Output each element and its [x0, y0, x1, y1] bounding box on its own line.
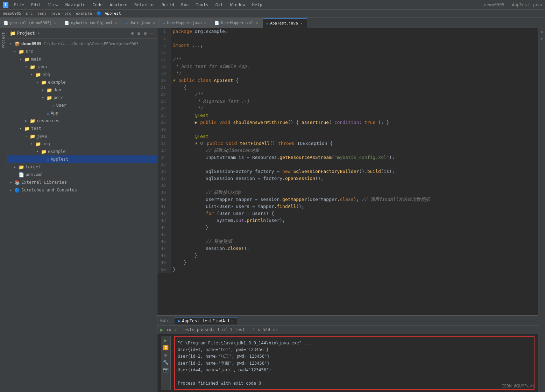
tab-close-pom[interactable]: ✕ [54, 21, 57, 25]
tree-label-pojo: pojo [54, 95, 64, 100]
tree-item-src[interactable]: ▾ 📁 src [7, 48, 157, 55]
tree-arrow-example-main: ▾ [36, 80, 40, 84]
tree-arrow-test: ▾ [20, 127, 23, 130]
tree-item-example-test[interactable]: ▾ 📁 example [7, 148, 157, 155]
scratch-icon: 🔵 [14, 188, 20, 193]
tab-close-usermapper-xml[interactable]: ✕ [255, 21, 259, 25]
menu-analyze[interactable]: Analyze [107, 2, 130, 8]
sidebar-action-collapse[interactable]: ≡ [136, 30, 141, 36]
right-tool-1[interactable]: ≡ [540, 30, 543, 34]
project-tab[interactable]: Project [0, 30, 7, 50]
tree-item-app[interactable]: ▶ ☕ App [7, 109, 157, 117]
run-restart-btn[interactable]: ▶ [164, 338, 167, 343]
breadcrumb-test[interactable]: test [37, 11, 47, 16]
code-line-21: 21 { [157, 84, 538, 91]
right-tool-2[interactable]: ⚙ [540, 37, 543, 41]
breadcrumb-src[interactable]: src [26, 11, 33, 16]
code-line-42: 42 for (User user : users) { [157, 210, 538, 217]
folder-icon-java-test: 📁 [30, 134, 35, 139]
tree-label-app: App [51, 111, 58, 115]
vertical-panel: Project [0, 28, 7, 392]
menu-view[interactable]: View [45, 2, 61, 8]
menu-edit[interactable]: Edit [28, 2, 44, 8]
tree-label-org-main: org [42, 72, 50, 77]
java-class-icon-user: ☕ [52, 103, 55, 108]
tab-close-usermapper[interactable]: ✕ [204, 21, 207, 25]
tree-extra-demo0905: C:\Users\...\Desktop\Demo\EEDemo\demo090… [44, 42, 139, 46]
run-settings-btn[interactable]: ⚙ [164, 352, 167, 358]
editor-main: Project 📁 Project ▾ ⊕ ≡ ⚙ — ▾ 📦 [0, 28, 545, 392]
run-wrench-btn[interactable]: 🔧 [163, 360, 169, 365]
tree-item-scratches[interactable]: ▶ 🔵 Scratches and Consoles [7, 186, 157, 194]
code-line-38: 38 [157, 182, 538, 189]
breadcrumb-org[interactable]: org [64, 11, 71, 16]
tree-item-apptest[interactable]: ▶ ☕ AppTest [7, 155, 157, 163]
tab-close-user[interactable]: ✕ [152, 21, 156, 25]
tree-item-demo0905[interactable]: ▾ 📦 demo0905 C:\Users\...\Desktop\Demo\E… [7, 40, 157, 48]
tree-item-test[interactable]: ▾ 📁 test [7, 125, 157, 132]
tree-item-resources[interactable]: ▶ 📁 resources [7, 117, 157, 125]
tab-user-java[interactable]: ☕ User.java ✕ [122, 18, 160, 28]
menu-window[interactable]: Window [227, 2, 248, 8]
run-tab-label: AppTest.testFindAll [182, 318, 230, 323]
run-camera-btn[interactable]: 📷 [163, 367, 169, 372]
tree-item-pojo[interactable]: ▾ 📁 pojo [7, 94, 157, 102]
folder-icon-java-main: 📁 [30, 64, 35, 70]
tree-label-scratches: Scratches and Consoles [21, 188, 77, 192]
run-skip-btn[interactable]: ⏭ [166, 326, 172, 333]
run-tab-apptest[interactable]: ▶ AppTest.testFindAll ✕ [175, 317, 237, 324]
tree-item-org-test[interactable]: ▾ 📁 org [7, 140, 157, 148]
breadcrumb-apptest[interactable]: 🔵 AppTest [97, 11, 121, 16]
sidebar-title: Project [17, 31, 35, 36]
tab-usermapper-xml[interactable]: 📄 UserMapper.xml ✕ [211, 18, 263, 28]
code-view[interactable]: 1 package org.example; 2 3 import ...; [157, 28, 538, 315]
tab-pom-xml[interactable]: 📄 pom.xml (demo0905) ✕ [0, 18, 61, 28]
sidebar-dropdown-icon[interactable]: ▾ [38, 31, 40, 36]
tree-item-pom-xml[interactable]: ▶ 📄 pom.xml [7, 171, 157, 178]
tree-item-example-main[interactable]: ▾ 📁 example [7, 78, 157, 86]
tree-item-org-main[interactable]: ▾ 📁 org [7, 71, 157, 78]
run-scroll-btn[interactable]: ⏬ [163, 345, 169, 350]
code-line-24: 24 */ [157, 105, 538, 112]
menu-help[interactable]: Help [249, 2, 265, 8]
breadcrumb-java[interactable]: java [51, 11, 60, 16]
xml-icon-pom: 📄 [19, 172, 24, 177]
tree-item-user[interactable]: ▶ ☕ User [7, 102, 157, 109]
folder-icon-org-test: 📁 [35, 141, 41, 147]
menu-tools[interactable]: Tools [193, 2, 211, 8]
menu-run[interactable]: Run [178, 2, 192, 8]
tree-arrow-example-test: ▾ [36, 150, 40, 153]
tree-item-java-test[interactable]: ▾ 📁 java [7, 132, 157, 140]
tab-usermapper-java[interactable]: ☕ UserMapper.java ✕ [160, 18, 211, 28]
tab-mybatis-config[interactable]: 📄 mybatis_config.xml ✕ [61, 18, 122, 28]
output-box: "C:\Program Files\Java\jdk1.8.0_144\bin\… [174, 336, 535, 390]
tree-label-target: target [26, 164, 41, 169]
run-pass-icon: ✔ [174, 327, 177, 332]
project-icon: 📁 [10, 30, 16, 36]
breadcrumb-demo0905[interactable]: demo0905 [3, 11, 21, 16]
tree-item-target[interactable]: ▶ 📁 target [7, 163, 157, 171]
run-toolbar: ▶ ⏭ ✔ Tests passed: 1 of 1 test – 1 s 52… [157, 326, 538, 334]
menu-refactor[interactable]: Refactor [132, 2, 157, 8]
menu-file[interactable]: File [11, 2, 27, 8]
tab-close-mybatis[interactable]: ✕ [114, 21, 118, 25]
sidebar-action-locate[interactable]: ⊕ [130, 30, 135, 36]
menu-build[interactable]: Build [159, 2, 177, 8]
code-line-35: 35 [157, 161, 538, 168]
run-tab-close[interactable]: ✕ [231, 319, 233, 323]
menu-navigate[interactable]: Navigate [63, 2, 89, 8]
breadcrumb-example[interactable]: example [76, 11, 92, 16]
menu-git[interactable]: Git [213, 2, 226, 8]
tab-apptest-java[interactable]: ☕ AppTest.java ✕ [263, 18, 307, 28]
menu-code[interactable]: Code [90, 2, 106, 8]
sidebar-action-options[interactable]: ⚙ [143, 30, 148, 36]
tree-item-dao[interactable]: ▶ 📁 dao [7, 86, 157, 94]
tree-item-java-main[interactable]: ▾ 📁 java [7, 63, 157, 71]
editor-content[interactable]: 1 package org.example; 2 3 import ...; [157, 28, 538, 315]
tree-item-external-libs[interactable]: ▶ 📚 External Libraries [7, 178, 157, 186]
run-play-btn[interactable]: ▶ [160, 326, 164, 333]
tree-item-main[interactable]: ▾ 📁 main [7, 55, 157, 63]
sidebar-action-minimize[interactable]: — [149, 30, 154, 36]
tab-close-apptest[interactable]: ✕ [300, 21, 303, 26]
folder-icon-resources: 📁 [30, 118, 35, 124]
